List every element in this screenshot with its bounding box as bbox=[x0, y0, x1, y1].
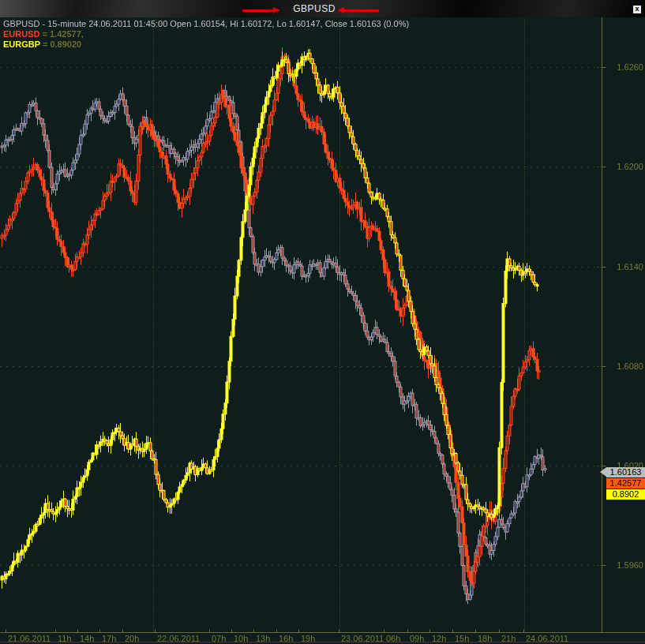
close-icon[interactable]: x bbox=[633, 6, 641, 13]
chart-plot-area[interactable] bbox=[0, 17, 645, 644]
right-annotation-arrow bbox=[337, 7, 379, 14]
window-title: GBPUSD bbox=[0, 3, 628, 14]
y-axis-label: 1.6260 bbox=[606, 62, 643, 72]
tag-arrow-icon bbox=[600, 467, 606, 477]
legend-row-eurgbp: EURGBP = 0.89020 bbox=[3, 39, 81, 49]
arrow-head-left-icon bbox=[337, 7, 344, 13]
arrow-shaft bbox=[344, 9, 379, 12]
y-axis-label: 1.6080 bbox=[606, 361, 643, 371]
chart-window: GBPUSD x GBPUSD - 15-minute 24.06.2011 0… bbox=[0, 0, 645, 644]
symbol-value: = 0.89020 bbox=[40, 39, 81, 49]
ohlc-info-line: GBPUSD - 15-minute 24.06.2011 01:45:00 O… bbox=[3, 19, 409, 28]
title-bar[interactable]: GBPUSD x bbox=[0, 0, 645, 17]
y-axis-label: 1.5960 bbox=[606, 560, 643, 570]
price-tag: 1.42577 bbox=[606, 478, 645, 489]
y-axis-label: 1.6200 bbox=[606, 162, 643, 171]
symbol-name: EURGBP bbox=[3, 39, 40, 49]
price-tag: 1.60163 bbox=[606, 467, 645, 477]
legend-row-eurusd: EURUSD = 1.42577, bbox=[3, 29, 84, 39]
symbol-name: EURUSD bbox=[3, 29, 39, 39]
y-axis-label: 1.6140 bbox=[606, 262, 643, 271]
price-tag: 0.8902 bbox=[606, 489, 645, 500]
symbol-value: = 1.42577, bbox=[39, 29, 83, 39]
